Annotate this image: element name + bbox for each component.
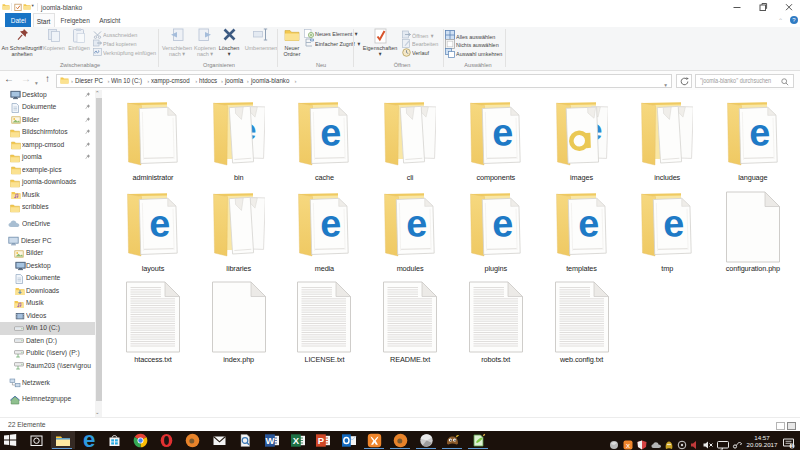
svg-text:W: W [265,435,274,446]
svg-text:e: e [577,202,599,245]
svg-text:e: e [491,202,513,245]
svg-text:e: e [406,202,428,245]
svg-text:e: e [491,111,513,154]
svg-text:e: e [320,202,342,245]
svg-text:X: X [292,435,299,446]
svg-text:e: e [663,202,685,245]
svg-text:e: e [149,202,171,245]
svg-text:e: e [748,111,770,154]
svg-text:P: P [317,435,324,446]
svg-text:x: x [626,441,630,450]
svg-text:e: e [320,111,342,154]
svg-text:e: e [82,433,94,448]
